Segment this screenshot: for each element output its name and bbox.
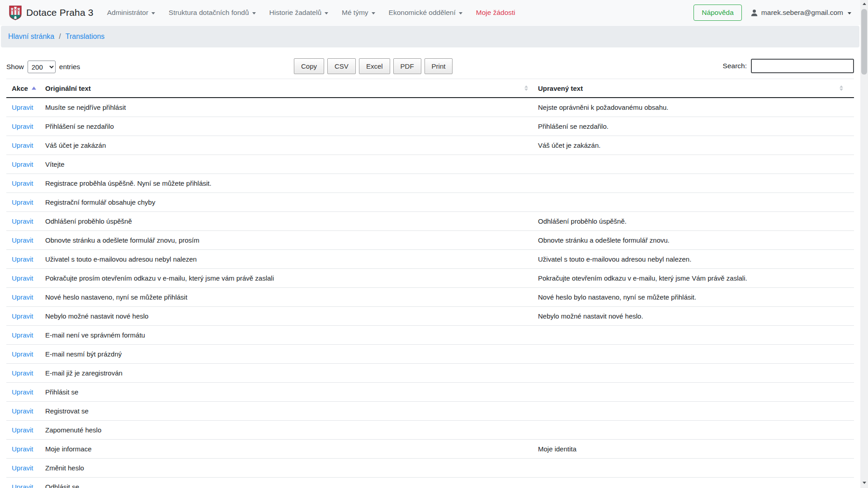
nav-item-historie-zadatelu[interactable]: Historie žadatelů: [269, 9, 328, 17]
table-row: Upravit Změnit heslo: [6, 459, 854, 478]
help-button[interactable]: Nápověda: [693, 5, 742, 21]
column-header-akce[interactable]: Akce: [6, 79, 40, 98]
breadcrumb-home-link[interactable]: Hlavní stránka: [8, 33, 54, 41]
user-menu[interactable]: marek.sebera@gmail.com: [750, 9, 851, 17]
nav-item-label: Historie žadatelů: [269, 9, 321, 17]
edited-text: Nové heslo bylo nastaveno, nyní se můžet…: [538, 293, 696, 301]
translations-table: Akce Originální text Upravený text Uprav…: [6, 79, 854, 488]
edit-link[interactable]: Upravit: [12, 445, 33, 453]
akce-cell: Upravit: [6, 269, 40, 288]
edited-text: Přihlášení se nezdařilo.: [538, 122, 609, 130]
edited-text-cell: Nebylo možné nastavit nové heslo.: [533, 307, 854, 326]
search-control: Search:: [723, 59, 854, 73]
csv-button[interactable]: CSV: [327, 58, 356, 74]
sort-asc-icon: [32, 87, 36, 90]
breadcrumb-translations-link[interactable]: Translations: [66, 33, 105, 41]
edit-link[interactable]: Upravit: [12, 388, 33, 396]
original-text: Nové heslo nastaveno, nyní se můžete při…: [45, 293, 187, 301]
brand[interactable]: Dotace Praha 3: [9, 5, 94, 20]
scrollbar-up-button[interactable]: [860, 0, 868, 8]
akce-cell: Upravit: [6, 117, 40, 136]
edit-link[interactable]: Upravit: [12, 198, 33, 206]
edited-text-cell: Moje identita: [533, 440, 854, 459]
nav-item-ekonomicke-oddeleni[interactable]: Ekonomické oddělení: [389, 9, 462, 17]
edit-link[interactable]: Upravit: [12, 274, 33, 282]
edit-link[interactable]: Upravit: [12, 217, 33, 225]
edit-link[interactable]: Upravit: [12, 293, 33, 301]
original-text-cell: Registrace proběhla úspěšně. Nyní se můž…: [40, 174, 533, 193]
excel-button[interactable]: Excel: [359, 58, 390, 74]
column-header-original-text[interactable]: Originální text: [40, 79, 533, 98]
print-button[interactable]: Print: [425, 58, 453, 74]
original-text-cell: E-mail již je zaregistrován: [40, 364, 533, 383]
nav-item-moje-zadosti[interactable]: Moje žádosti: [476, 9, 515, 17]
edit-link[interactable]: Upravit: [12, 179, 33, 187]
edited-text-cell: [533, 421, 854, 440]
edit-link[interactable]: Upravit: [12, 236, 33, 244]
original-text-cell: Pokračujte prosím otevřením odkazu v e-m…: [40, 269, 533, 288]
search-input[interactable]: [751, 59, 854, 73]
table-row: Upravit Registrační formulář obsahuje ch…: [6, 193, 854, 212]
akce-cell: Upravit: [6, 288, 40, 307]
original-text-cell: Nebylo možné nastavit nové heslo: [40, 307, 533, 326]
table-row: Upravit Nové heslo nastaveno, nyní se mů…: [6, 288, 854, 307]
edited-text-cell: [533, 345, 854, 364]
edit-link[interactable]: Upravit: [12, 312, 33, 320]
original-text-cell: Uživatel s touto e-mailovou adresou neby…: [40, 250, 533, 269]
edited-text-cell: [533, 402, 854, 421]
edit-link[interactable]: Upravit: [12, 331, 33, 339]
scrollbar-down-button[interactable]: [860, 479, 868, 487]
page-length-control: Show 200 entries: [6, 61, 80, 73]
original-text-cell: Registrační formulář obsahuje chyby: [40, 193, 533, 212]
pdf-button[interactable]: PDF: [393, 58, 421, 74]
column-header-upraveny-text[interactable]: Upravený text: [533, 79, 854, 98]
page-length-select[interactable]: 200: [28, 61, 56, 73]
edited-text-cell: Pokračujte otevřením odkazu v e-mailu, k…: [533, 269, 854, 288]
scrollbar-thumb[interactable]: [861, 9, 867, 75]
top-navbar: Dotace Praha 3 Administrátor Struktura d…: [0, 0, 860, 25]
table-body: Upravit Musíte se nejdříve přihlásit Nej…: [6, 98, 854, 488]
nav-item-struktura-dotacnich-fondu[interactable]: Struktura dotačních fondů: [169, 9, 256, 17]
chevron-down-icon: [151, 12, 155, 14]
original-text-cell: Vítejte: [40, 155, 533, 174]
chevron-down-icon: [848, 12, 851, 14]
sort-both-icon: [840, 85, 843, 91]
edit-link[interactable]: Upravit: [12, 255, 33, 263]
akce-cell: Upravit: [6, 440, 40, 459]
table-row: Upravit Registrace proběhla úspěšně. Nyn…: [6, 174, 854, 193]
edit-link[interactable]: Upravit: [12, 407, 33, 415]
edit-link[interactable]: Upravit: [12, 426, 33, 434]
edit-link[interactable]: Upravit: [12, 122, 33, 130]
original-text: Přihlásit se: [45, 388, 78, 396]
original-text-cell: E-mail není ve správném formátu: [40, 326, 533, 345]
table-header-row: Akce Originální text Upravený text: [6, 79, 854, 98]
original-text-cell: Registrovat se: [40, 402, 533, 421]
edit-link[interactable]: Upravit: [12, 350, 33, 358]
original-text-cell: Změnit heslo: [40, 459, 533, 478]
nav-item-me-tymy[interactable]: Mé týmy: [342, 9, 375, 17]
original-text: Odhlásit se: [45, 483, 79, 488]
original-text: Obnovte stránku a odešlete formulář znov…: [45, 236, 199, 244]
nav-item-administrator[interactable]: Administrátor: [107, 9, 155, 17]
original-text: Registrovat se: [45, 407, 89, 415]
edit-link[interactable]: Upravit: [12, 160, 33, 168]
edit-link[interactable]: Upravit: [12, 483, 33, 488]
scrollbar[interactable]: [860, 0, 868, 488]
edit-link[interactable]: Upravit: [12, 369, 33, 377]
table-row: Upravit Přihlásit se: [6, 383, 854, 402]
navbar-right: Nápověda marek.sebera@gmail.com: [693, 5, 851, 21]
edit-link[interactable]: Upravit: [12, 141, 33, 149]
edited-text-cell: [533, 155, 854, 174]
copy-button[interactable]: Copy: [294, 58, 324, 74]
edit-link[interactable]: Upravit: [12, 464, 33, 472]
edit-link[interactable]: Upravit: [12, 103, 33, 111]
original-text: Registrace proběhla úspěšně. Nyní se můž…: [45, 179, 212, 187]
edited-text-cell: Odhlášení proběhlo úspěšně.: [533, 212, 854, 231]
table-row: Upravit Obnovte stránku a odešlete formu…: [6, 231, 854, 250]
table-row: Upravit Odhlásit se: [6, 478, 854, 488]
original-text: Zapomenuté heslo: [45, 426, 101, 434]
table-row: Upravit Přihlášení se nezdařilo Přihláše…: [6, 117, 854, 136]
search-label: Search:: [723, 62, 747, 70]
table-row: Upravit Moje informace Moje identita: [6, 440, 854, 459]
akce-cell: Upravit: [6, 98, 40, 117]
